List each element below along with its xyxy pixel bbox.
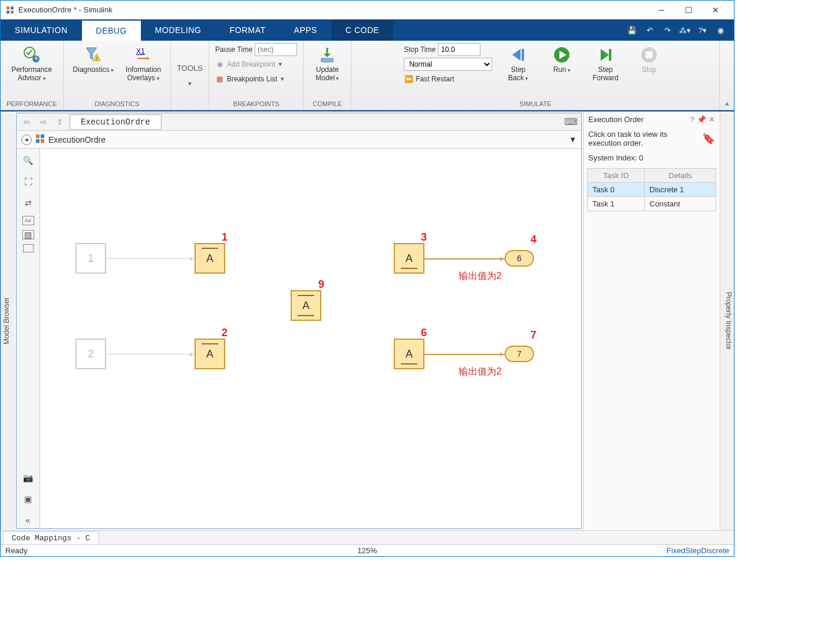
exec-order-table: Task IDDetails Task 0Discrete 1 Task 1Co… bbox=[587, 168, 716, 211]
exec-pin-icon[interactable]: 📌 bbox=[697, 115, 706, 124]
window-title: ExecutionOrdre * - Simulink bbox=[18, 5, 648, 14]
block-dsm-6[interactable]: A bbox=[394, 339, 424, 369]
exec-badge-2: 2 bbox=[222, 327, 228, 339]
settings-icon[interactable]: ◉ bbox=[714, 24, 727, 37]
info-overlays-button[interactable]: X1 Information Overlays bbox=[122, 43, 164, 85]
signal-icon[interactable]: ⇄ bbox=[20, 195, 37, 211]
step-back-button[interactable]: Step Back bbox=[500, 43, 536, 85]
nav-tab[interactable]: ExecutionOrdre bbox=[70, 114, 162, 130]
help-icon[interactable]: ?▾ bbox=[696, 24, 709, 37]
pause-time-input[interactable] bbox=[255, 43, 297, 56]
block-dsm-2[interactable]: A bbox=[195, 339, 225, 369]
record-icon[interactable]: ▣ bbox=[20, 491, 37, 507]
model-canvas[interactable]: 1 A 1 A 3 6 4 输出值为2 A 9 2 A 2 A 6 bbox=[40, 149, 581, 528]
exec-help-icon[interactable]: ? bbox=[690, 115, 694, 124]
crumb-label[interactable]: ExecutionOrdre bbox=[48, 135, 106, 145]
block-dsm-9[interactable]: A bbox=[291, 290, 321, 321]
stop-button[interactable]: Stop bbox=[631, 43, 667, 76]
svg-rect-1 bbox=[11, 6, 14, 9]
close-button[interactable]: ✕ bbox=[702, 1, 729, 19]
tab-ccode[interactable]: C CODE bbox=[331, 19, 393, 41]
svg-rect-16 bbox=[36, 139, 39, 143]
tab-apps[interactable]: APPS bbox=[280, 19, 331, 41]
signal-wire[interactable] bbox=[424, 258, 505, 260]
crumb-back-icon[interactable]: ◂ bbox=[21, 134, 32, 145]
image-icon[interactable]: ▨ bbox=[22, 230, 34, 239]
diagnostics-button[interactable]: ! Diagnostics bbox=[70, 43, 118, 77]
system-index-value: 0 bbox=[639, 153, 643, 162]
area-icon[interactable] bbox=[23, 244, 34, 252]
add-breakpoint-button[interactable]: ◉ Add Breakpoint ▼ bbox=[215, 58, 297, 71]
nav-up-icon[interactable]: ⇧ bbox=[53, 116, 66, 129]
svg-rect-0 bbox=[6, 6, 9, 9]
sim-mode-select[interactable]: Normal bbox=[404, 58, 492, 71]
status-left: Ready bbox=[5, 546, 28, 555]
overlays-icon: X1 bbox=[134, 45, 153, 64]
ribbon-tabs: SIMULATION DEBUG MODELING FORMAT APPS C … bbox=[1, 19, 734, 41]
nav-forward-icon[interactable]: ⇨ bbox=[37, 116, 50, 129]
status-bar: Ready 125% FixedStepDiscrete bbox=[1, 544, 734, 556]
table-row[interactable]: Task 0Discrete 1 bbox=[588, 183, 716, 197]
signal-wire[interactable] bbox=[106, 258, 195, 259]
save-icon[interactable]: 💾 bbox=[625, 24, 638, 37]
screenshot-icon[interactable]: 📷 bbox=[20, 469, 37, 486]
execution-order-panel: Execution Order ? 📌 ✕ Click on task to v… bbox=[583, 111, 720, 530]
fast-restart-icon: ⏩ bbox=[404, 74, 413, 84]
annotation-icon[interactable]: A≡ bbox=[22, 216, 34, 225]
stop-time-input[interactable] bbox=[438, 43, 480, 56]
svg-rect-3 bbox=[11, 11, 14, 14]
crumb-dropdown-icon[interactable]: ▼ bbox=[569, 135, 577, 144]
svg-rect-13 bbox=[645, 51, 653, 58]
update-model-button[interactable]: Update Model bbox=[309, 43, 345, 85]
footer-tab-code-mappings[interactable]: Code Mappings - C bbox=[3, 531, 99, 544]
signal-wire[interactable] bbox=[424, 354, 505, 355]
fav-icon[interactable]: ⁂▾ bbox=[678, 24, 691, 37]
block-constant-1[interactable]: 1 bbox=[75, 243, 106, 274]
fit-icon[interactable]: ⛶ bbox=[20, 173, 37, 190]
exec-close-icon[interactable]: ✕ bbox=[709, 115, 715, 124]
block-dsm-3[interactable]: A bbox=[394, 243, 424, 274]
block-display-2[interactable]: 7 bbox=[505, 346, 534, 362]
tab-simulation[interactable]: SIMULATION bbox=[1, 19, 82, 41]
redo-icon[interactable]: ↷ bbox=[661, 24, 674, 37]
nav-back-icon[interactable]: ⇦ bbox=[20, 116, 33, 129]
maximize-button[interactable]: ☐ bbox=[675, 1, 702, 19]
step-forward-icon bbox=[596, 45, 615, 64]
svg-text:!: ! bbox=[96, 55, 98, 61]
svg-rect-11 bbox=[609, 49, 611, 61]
step-forward-button[interactable]: Step Forward bbox=[588, 43, 623, 84]
run-button[interactable]: Run bbox=[544, 43, 579, 77]
expand-palette-icon[interactable]: « bbox=[20, 512, 37, 528]
tab-debug[interactable]: DEBUG bbox=[82, 19, 141, 41]
performance-advisor-button[interactable]: Performance Advisor bbox=[8, 43, 55, 85]
signal-wire[interactable] bbox=[106, 354, 195, 354]
pause-time-label: Pause Time bbox=[215, 45, 252, 54]
collapse-ribbon-icon[interactable]: ▴ bbox=[725, 98, 729, 107]
quick-access-toolbar: 💾 ↶ ↷ ⁂▾ ?▾ ◉ bbox=[625, 24, 734, 37]
fast-restart-button[interactable]: ⏩ Fast Restart bbox=[404, 73, 492, 86]
block-constant-2[interactable]: 2 bbox=[75, 339, 106, 369]
funnel-warning-icon: ! bbox=[84, 45, 103, 64]
keyboard-icon[interactable]: ⌨ bbox=[564, 116, 578, 127]
svg-rect-14 bbox=[36, 134, 39, 138]
minimize-button[interactable]: ─ bbox=[648, 1, 675, 19]
breakpoints-list-button[interactable]: ▦ Breakpoints List ▼ bbox=[215, 73, 297, 86]
tab-format[interactable]: FORMAT bbox=[216, 19, 280, 41]
status-solver[interactable]: FixedStepDiscrete bbox=[667, 546, 729, 555]
table-row[interactable]: Task 1Constant bbox=[588, 197, 716, 211]
model-browser-tab[interactable]: Model Browser bbox=[1, 111, 15, 530]
undo-icon[interactable]: ↶ bbox=[643, 24, 656, 37]
property-inspector-tab[interactable]: Property Inspector bbox=[720, 111, 734, 530]
main-content: Model Browser ⇦ ⇨ ⇧ ExecutionOrdre ⌨ ◂ E… bbox=[1, 110, 734, 530]
app-icon bbox=[5, 5, 15, 15]
exec-panel-title: Execution Order bbox=[588, 115, 688, 124]
block-dsm-1[interactable]: A bbox=[195, 243, 225, 274]
tools-dropdown[interactable]: ▼ bbox=[187, 81, 193, 87]
tab-modeling[interactable]: MODELING bbox=[141, 19, 216, 41]
block-display-1[interactable]: 6 bbox=[505, 250, 534, 267]
status-zoom[interactable]: 125% bbox=[357, 546, 377, 555]
zoom-icon[interactable]: 🔍 bbox=[20, 152, 37, 169]
update-model-icon bbox=[318, 45, 337, 64]
exec-highlight-icon[interactable]: 🔖 bbox=[702, 132, 715, 145]
check-clock-icon bbox=[22, 45, 41, 64]
